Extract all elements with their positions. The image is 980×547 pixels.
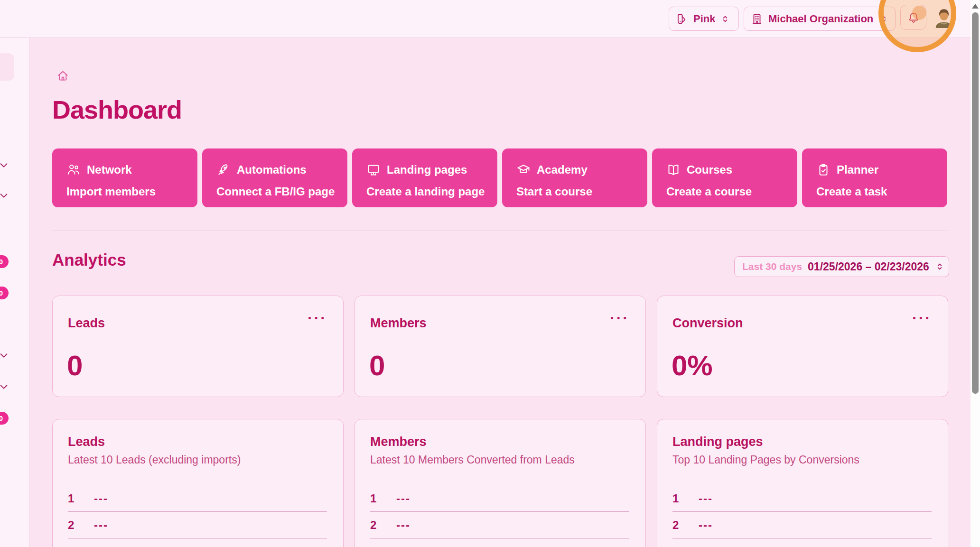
list-card-subtitle: Latest 10 Members Converted from Leads bbox=[370, 454, 575, 466]
stat-card-value: 0% bbox=[672, 349, 713, 382]
row-value: --- bbox=[699, 519, 713, 532]
clipboard-check-icon bbox=[816, 163, 831, 177]
chevron-down-icon[interactable] bbox=[0, 160, 9, 170]
quick-action-label: Create a course bbox=[666, 185, 752, 198]
list-card-subtitle: Latest 10 Leads (excluding imports) bbox=[68, 454, 241, 466]
quick-action-label: Create a task bbox=[816, 185, 887, 198]
list-card-members: Members Latest 10 Members Converted from… bbox=[355, 419, 646, 547]
stat-card-value: 0 bbox=[369, 349, 385, 382]
ellipsis-menu-icon[interactable]: ··· bbox=[912, 310, 932, 325]
list-item: 3 --- bbox=[68, 538, 327, 547]
row-index: 1 bbox=[68, 492, 94, 505]
row-index: 3 bbox=[672, 545, 699, 547]
organization-selector-label: Michael Organization bbox=[768, 13, 874, 25]
user-avatar[interactable] bbox=[933, 7, 955, 28]
quick-action-courses[interactable]: Courses Create a course bbox=[652, 148, 797, 207]
building-icon bbox=[751, 13, 763, 25]
bell-icon bbox=[907, 11, 920, 24]
list-item: 2 --- bbox=[68, 512, 327, 538]
badge-count: 0 bbox=[0, 289, 3, 297]
row-index: 1 bbox=[672, 492, 699, 505]
quick-action-label: Import members bbox=[66, 185, 156, 198]
row-value: --- bbox=[94, 492, 108, 505]
scrollbar-thumb[interactable] bbox=[972, 12, 979, 394]
date-range-value: 01/25/2026 – 02/23/2026 bbox=[808, 260, 929, 273]
sidebar-count-badge: 0 bbox=[0, 287, 9, 299]
monitor-icon bbox=[366, 163, 381, 177]
stat-card-title: Members bbox=[370, 316, 427, 331]
date-range-selector[interactable]: Last 30 days 01/25/2026 – 02/23/2026 bbox=[734, 256, 949, 277]
theme-selector[interactable]: Pink bbox=[669, 7, 739, 31]
quick-action-title: Academy bbox=[537, 163, 588, 176]
quick-action-title: Network bbox=[87, 163, 132, 176]
row-index: 3 bbox=[370, 545, 396, 547]
chevron-down-icon[interactable] bbox=[0, 350, 9, 361]
open-book-icon bbox=[666, 163, 681, 177]
top-bar: Pink Michael Organization bbox=[0, 0, 980, 38]
row-index: 2 bbox=[370, 519, 396, 532]
chevron-down-icon[interactable] bbox=[0, 381, 9, 392]
vertical-scrollbar[interactable] bbox=[971, 0, 980, 547]
row-value: --- bbox=[699, 545, 713, 547]
chevron-down-icon[interactable] bbox=[0, 190, 9, 201]
stat-card-leads: Leads ··· 0 bbox=[52, 296, 344, 397]
list-card-leads: Leads Latest 10 Leads (excluding imports… bbox=[52, 419, 344, 547]
list-item: 3 --- bbox=[370, 538, 629, 547]
list-card-title: Leads bbox=[68, 435, 105, 449]
date-range-preset: Last 30 days bbox=[742, 261, 802, 272]
quick-action-academy[interactable]: Academy Start a course bbox=[502, 148, 647, 207]
rocket-icon bbox=[216, 163, 231, 177]
chevron-up-down-icon bbox=[720, 14, 730, 24]
row-value: --- bbox=[699, 492, 713, 505]
quick-action-title: Automations bbox=[237, 163, 307, 176]
chevron-up-down-icon bbox=[879, 14, 888, 24]
ellipsis-menu-icon[interactable]: ··· bbox=[308, 310, 327, 325]
quick-action-title: Planner bbox=[837, 163, 878, 176]
sidebar-count-badge: 0 bbox=[0, 255, 9, 268]
stat-card-value: 0 bbox=[67, 349, 83, 382]
row-index: 3 bbox=[68, 545, 94, 547]
home-breadcrumb-icon[interactable] bbox=[56, 69, 69, 82]
row-value: --- bbox=[396, 492, 411, 505]
scroll-up-arrow-icon[interactable] bbox=[972, 4, 979, 9]
quick-action-planner[interactable]: Planner Create a task bbox=[802, 148, 947, 207]
quick-action-landing-pages[interactable]: Landing pages Create a landing page bbox=[352, 148, 497, 207]
theme-selector-label: Pink bbox=[693, 13, 715, 25]
row-index: 2 bbox=[68, 519, 94, 532]
stat-card-title: Conversion bbox=[672, 316, 743, 331]
row-value: --- bbox=[396, 545, 411, 547]
row-index: 2 bbox=[672, 519, 699, 532]
page-title: Dashboard bbox=[52, 95, 182, 124]
analytics-heading: Analytics bbox=[52, 250, 126, 269]
quick-action-network[interactable]: Network Import members bbox=[52, 148, 197, 207]
quick-action-label: Create a landing page bbox=[366, 185, 485, 198]
people-icon bbox=[66, 163, 81, 177]
list-card-title: Members bbox=[370, 435, 427, 449]
list-item: 1 --- bbox=[370, 485, 629, 512]
sidebar-count-badge: 0 bbox=[0, 412, 9, 425]
quick-action-label: Connect a FB/IG page bbox=[216, 185, 335, 198]
ellipsis-menu-icon[interactable]: ··· bbox=[610, 310, 629, 325]
list-item: 2 --- bbox=[672, 512, 932, 538]
stat-card-title: Leads bbox=[68, 316, 105, 331]
graduation-cap-icon bbox=[516, 163, 531, 177]
list-item: 2 --- bbox=[370, 512, 629, 538]
organization-selector[interactable]: Michael Organization bbox=[744, 7, 896, 31]
quick-action-title: Landing pages bbox=[387, 163, 467, 176]
row-value: --- bbox=[94, 545, 108, 547]
quick-action-automations[interactable]: Automations Connect a FB/IG page bbox=[202, 148, 347, 207]
sidebar-active-item[interactable] bbox=[0, 53, 14, 81]
row-value: --- bbox=[396, 519, 411, 532]
chevron-up-down-icon bbox=[935, 262, 944, 271]
stat-card-members: Members ··· 0 bbox=[355, 296, 646, 397]
notifications-button[interactable] bbox=[900, 5, 926, 30]
list-item: 1 --- bbox=[68, 485, 327, 512]
sidebar: 0 0 0 bbox=[0, 38, 29, 547]
list-card-subtitle: Top 10 Landing Pages by Conversions bbox=[672, 454, 859, 466]
row-index: 1 bbox=[370, 492, 396, 505]
row-value: --- bbox=[94, 519, 108, 532]
quick-action-title: Courses bbox=[687, 163, 732, 176]
list-item: 3 --- bbox=[672, 538, 932, 547]
swatch-icon bbox=[676, 13, 688, 25]
list-card-landing-pages: Landing pages Top 10 Landing Pages by Co… bbox=[657, 419, 948, 547]
